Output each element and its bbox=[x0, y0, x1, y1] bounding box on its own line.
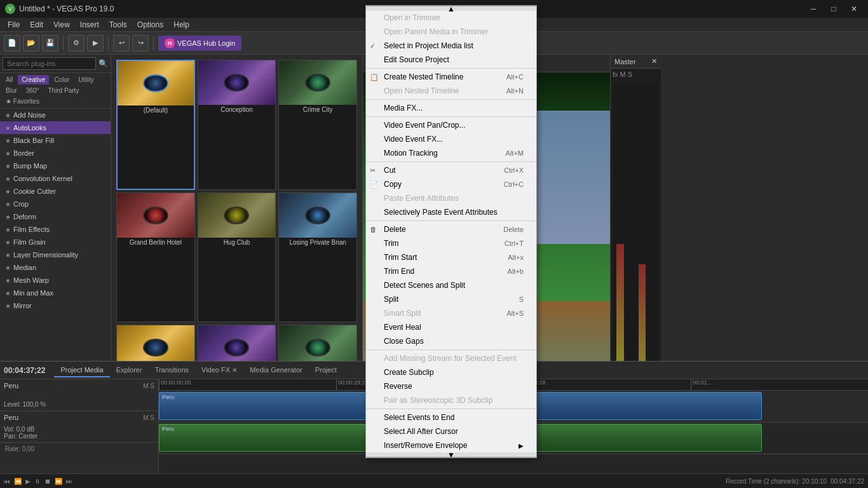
ctx-trim[interactable]: Trim Ctrl+T bbox=[366, 236, 536, 250]
master-fx-icon[interactable]: fx bbox=[613, 71, 618, 78]
tab-utility[interactable]: Utility bbox=[74, 75, 97, 85]
tab-project[interactable]: Project bbox=[309, 363, 343, 377]
timecode-display: 00:04:37;22 bbox=[4, 366, 45, 375]
ctx-close-gaps[interactable]: Close Gaps bbox=[366, 334, 536, 348]
save-button[interactable]: 💾 bbox=[42, 35, 58, 51]
tab-creative[interactable]: Creative bbox=[18, 75, 49, 85]
minimize-button[interactable]: ─ bbox=[804, 3, 822, 15]
menu-item-view[interactable]: View bbox=[48, 19, 75, 30]
plugin-item-meshwarp[interactable]: ★ Mesh Warp bbox=[0, 274, 111, 287]
tab-project-media[interactable]: Project Media bbox=[54, 363, 109, 377]
ctx-create-nested[interactable]: 📋 Create Nested Timeline Alt+C bbox=[366, 70, 536, 84]
window-controls: ─ □ ✕ bbox=[804, 3, 863, 15]
properties-button[interactable]: ⚙ bbox=[68, 35, 85, 51]
plugin-cell-hugclub[interactable]: Hug Club bbox=[198, 193, 276, 322]
menu-item-file[interactable]: File bbox=[3, 19, 25, 30]
ctx-split[interactable]: Split S bbox=[366, 292, 536, 306]
plugin-item-filmeffects[interactable]: ★ Film Effects bbox=[0, 223, 111, 236]
ctx-detect-scenes[interactable]: Detect Scenes and Split bbox=[366, 278, 536, 292]
plugin-cell-conception[interactable]: Conception bbox=[198, 60, 276, 190]
ctx-smart-split[interactable]: Smart Split Alt+S bbox=[366, 306, 536, 320]
menu-item-edit[interactable]: Edit bbox=[25, 19, 48, 30]
master-close-icon[interactable]: ✕ bbox=[651, 57, 657, 65]
master-mute-icon[interactable]: M bbox=[620, 71, 626, 78]
ctx-add-missing-stream[interactable]: Add Missing Stream for Selected Event bbox=[366, 351, 536, 365]
plugin-cell-losingbrian[interactable]: Losing Private Brian bbox=[278, 193, 357, 322]
ctx-open-nested[interactable]: Open Nested Timeline Alt+N bbox=[366, 84, 536, 98]
ctx-create-subclip[interactable]: Create Subclip bbox=[366, 365, 536, 379]
ctx-copy[interactable]: 📄 Copy Ctrl+C bbox=[366, 177, 536, 191]
tab-explorer[interactable]: Explorer bbox=[110, 363, 149, 377]
ctx-paste-attrs[interactable]: Paste Event Attributes bbox=[366, 191, 536, 205]
plugin-item-convolution[interactable]: ★ Convolution Kernel bbox=[0, 172, 111, 185]
plugin-item-minmax[interactable]: ★ Min and Max bbox=[0, 287, 111, 299]
ctx-insert-remove-envelope[interactable]: Insert/Remove Envelope ▶ bbox=[366, 438, 536, 452]
menu-item-insert[interactable]: Insert bbox=[75, 19, 104, 30]
plugin-item-crop[interactable]: ★ Crop bbox=[0, 198, 111, 210]
plugin-item-border[interactable]: ★ Border bbox=[0, 147, 111, 159]
close-button[interactable]: ✕ bbox=[845, 3, 863, 15]
hub-login-button[interactable]: H VEGAS Hub Login bbox=[158, 36, 241, 51]
ctx-select-all-after-cursor[interactable]: Select All After Cursor bbox=[366, 424, 536, 438]
tab-blur[interactable]: Blur bbox=[2, 86, 21, 95]
plugin-item-blackbarfill[interactable]: ★ Black Bar Fill bbox=[0, 134, 111, 147]
menu-item-help[interactable]: Help bbox=[168, 19, 194, 30]
search-icon: 🔍 bbox=[98, 59, 108, 68]
redo-button[interactable]: ↪ bbox=[132, 35, 149, 51]
search-input[interactable] bbox=[3, 57, 96, 70]
plugin-item-layerdim[interactable]: ★ Layer Dimensionality bbox=[0, 248, 111, 261]
plugin-cell-crimecity[interactable]: Crime City bbox=[278, 60, 357, 190]
tab-transitions[interactable]: Transitions bbox=[149, 363, 195, 377]
ctx-selective-paste[interactable]: Selectively Paste Event Attributes bbox=[366, 205, 536, 219]
new-button[interactable]: 📄 bbox=[4, 35, 20, 51]
ctx-motion-tracking[interactable]: Motion Tracking Alt+M bbox=[366, 146, 536, 160]
plugin-item-median[interactable]: ★ Median bbox=[0, 261, 111, 274]
plugin-cell-grandberlin[interactable]: Grand Berlin Hotel bbox=[116, 193, 195, 322]
ctx-select-project-media[interactable]: ✓ Select in Project Media list bbox=[366, 39, 536, 53]
ctx-cut[interactable]: ✂ Cut Ctrl+X bbox=[366, 163, 536, 177]
plugin-cell-default[interactable]: (Default) bbox=[116, 60, 195, 190]
record-time-display: Record Time (2 channels): 20:10:10 bbox=[726, 478, 827, 485]
ctx-open-parent-trimmer[interactable]: Open Parent Media in Trimmer bbox=[366, 25, 536, 39]
ctx-stereoscopic[interactable]: Pair as Stereoscopic 3D Subclip bbox=[366, 393, 536, 407]
plugin-item-mirror[interactable]: ★ Mirror bbox=[0, 299, 111, 312]
ctx-open-trimmer[interactable]: Open in Trimmer bbox=[366, 11, 536, 25]
tab-360[interactable]: 360° bbox=[22, 86, 43, 95]
master-solo-icon[interactable]: S bbox=[628, 71, 632, 78]
render-button[interactable]: ▶ bbox=[87, 35, 104, 51]
timeline-footer: ⏮ ⏪ ▶ ⏸ ⏹ ⏩ ⏭ Record Time (2 channels): … bbox=[0, 473, 868, 488]
ctx-video-pan-crop[interactable]: Video Event Pan/Crop... bbox=[366, 118, 536, 132]
open-button[interactable]: 📂 bbox=[23, 35, 39, 51]
tab-videofx[interactable]: Video FX ✕ bbox=[195, 363, 243, 377]
tab-thirdparty[interactable]: Third Party bbox=[44, 86, 83, 95]
plugin-item-add-noise[interactable]: ★ Add Noise bbox=[0, 109, 111, 121]
ctx-edit-source-project[interactable]: Edit Source Project bbox=[366, 53, 536, 67]
plugin-item-deform[interactable]: ★ Deform bbox=[0, 210, 111, 223]
context-menu-scroll-up[interactable]: ▲ bbox=[366, 6, 536, 11]
ctx-sep-1 bbox=[366, 68, 536, 69]
tab-favorites[interactable]: ★ Favorites bbox=[2, 97, 43, 106]
ctx-video-fx[interactable]: Video Event FX... bbox=[366, 132, 536, 146]
plugin-item-filmgrain[interactable]: ★ Film Grain bbox=[0, 236, 111, 248]
ctx-sep-5 bbox=[366, 220, 536, 221]
tab-all-plugins[interactable]: All bbox=[2, 75, 17, 85]
tab-mediagenerator[interactable]: Media Generator bbox=[243, 363, 309, 377]
ctx-delete[interactable]: 🗑 Delete Delete bbox=[366, 222, 536, 236]
plugin-item-bumpmap[interactable]: ★ Bump Map bbox=[0, 159, 111, 172]
menu-item-options[interactable]: Options bbox=[132, 19, 168, 30]
app-icon: V bbox=[5, 4, 15, 14]
ctx-select-events-end[interactable]: Select Events to End bbox=[366, 410, 536, 424]
undo-button[interactable]: ↩ bbox=[113, 35, 130, 51]
ctx-media-fx[interactable]: Media FX... bbox=[366, 101, 536, 115]
ctx-event-heal[interactable]: Event Heal bbox=[366, 320, 536, 334]
master-header: Master ✕ bbox=[611, 55, 661, 69]
ctx-trim-end[interactable]: Trim End Alt+b bbox=[366, 264, 536, 278]
plugin-item-cookiecutter[interactable]: ★ Cookie Cutter bbox=[0, 185, 111, 198]
menu-item-tools[interactable]: Tools bbox=[104, 19, 132, 30]
maximize-button[interactable]: □ bbox=[825, 3, 843, 15]
plugin-item-autolooks[interactable]: ★ AutoLooks bbox=[0, 121, 111, 134]
ctx-trim-start[interactable]: Trim Start Alt+x bbox=[366, 250, 536, 264]
tab-color[interactable]: Color bbox=[50, 75, 73, 85]
context-menu-scroll-down[interactable]: ▼ bbox=[366, 452, 536, 458]
ctx-reverse[interactable]: Reverse bbox=[366, 379, 536, 393]
